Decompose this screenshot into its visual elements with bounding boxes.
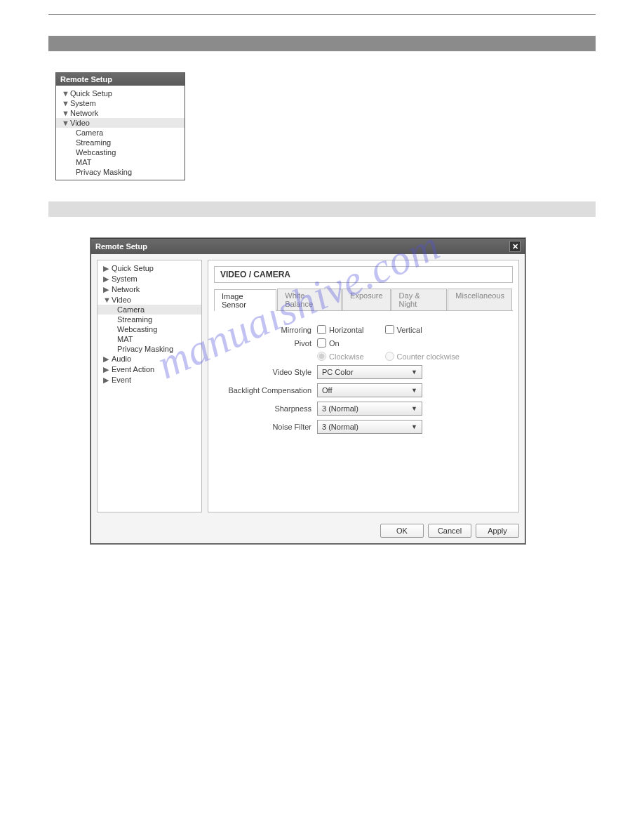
tree-item-streaming[interactable]: Streaming: [56, 138, 185, 147]
expand-icon: ▶: [103, 285, 110, 294]
dialog-tree: ▶Quick Setup ▶System ▶Network ▼Video Cam…: [97, 260, 202, 512]
on-checkbox[interactable]: On: [317, 338, 340, 348]
tab-exposure[interactable]: Exposure: [342, 289, 390, 310]
collapse-icon: ▼: [62, 89, 69, 98]
tab-white-balance[interactable]: White Balance: [277, 289, 342, 310]
close-button[interactable]: ✕: [509, 241, 521, 252]
tree-item-camera[interactable]: Camera: [56, 128, 185, 138]
tab-miscellaneous[interactable]: Miscellaneous: [448, 289, 512, 310]
dtree-mat[interactable]: MAT: [98, 334, 201, 344]
close-icon: ✕: [512, 242, 518, 251]
expand-icon: ▶: [103, 274, 110, 284]
content-panel: VIDEO / CAMERA Image Sensor White Balanc…: [208, 260, 519, 512]
backlight-dropdown[interactable]: Off ▼: [317, 383, 422, 397]
counter-clockwise-radio[interactable]: Counter clockwise: [385, 352, 459, 361]
tree-item-video[interactable]: ▼Video: [56, 118, 185, 128]
video-style-dropdown[interactable]: PC Color ▼: [317, 365, 422, 379]
dtree-system[interactable]: ▶System: [98, 274, 201, 284]
sharpness-dropdown[interactable]: 3 (Normal) ▼: [317, 402, 422, 416]
chevron-down-icon: ▼: [411, 405, 417, 412]
dtree-event[interactable]: ▶Event: [98, 375, 201, 385]
chevron-down-icon: ▼: [411, 369, 417, 376]
tree-item-network[interactable]: ▼Network: [56, 108, 185, 118]
dialog-footer: OK Cancel Apply: [91, 518, 525, 543]
dtree-audio[interactable]: ▶Audio: [98, 354, 201, 364]
expand-icon: ▼: [62, 119, 69, 127]
clockwise-radio[interactable]: Clockwise: [317, 352, 364, 361]
dialog-titlebar: Remote Setup ✕: [91, 239, 525, 254]
ok-button[interactable]: OK: [380, 524, 424, 538]
tree-item-webcasting[interactable]: Webcasting: [56, 147, 185, 157]
pivot-label: Pivot: [222, 339, 317, 348]
noise-filter-label: Noise Filter: [222, 423, 317, 431]
expand-icon: ▶: [103, 355, 110, 364]
tree-1: ▼Quick Setup ▼System ▼Network ▼Video Cam…: [56, 86, 185, 180]
section-bar-2: [48, 201, 596, 217]
tab-bar: Image Sensor White Balance Exposure Day …: [214, 289, 513, 311]
on-checkbox-input[interactable]: [317, 338, 326, 348]
tree-item-quick-setup[interactable]: ▼Quick Setup: [56, 88, 185, 98]
vertical-checkbox[interactable]: Vertical: [385, 325, 422, 334]
mirroring-label: Mirroring: [222, 326, 317, 334]
apply-button[interactable]: Apply: [476, 524, 519, 538]
expand-icon: ▶: [103, 264, 110, 273]
section-bar-1: [48, 36, 596, 51]
horizontal-checkbox[interactable]: Horizontal: [317, 325, 364, 334]
remote-setup-small-panel: Remote Setup ▼Quick Setup ▼System ▼Netwo…: [55, 72, 185, 180]
dtree-video[interactable]: ▼Video: [98, 295, 201, 305]
chevron-down-icon: ▼: [411, 387, 417, 394]
expand-icon: ▶: [103, 365, 110, 374]
collapse-icon: ▼: [62, 99, 69, 107]
video-style-label: Video Style: [222, 368, 317, 376]
collapse-icon: ▼: [103, 296, 110, 304]
chevron-down-icon: ▼: [411, 423, 417, 430]
sharpness-label: Sharpness: [222, 404, 317, 413]
horizontal-checkbox-input[interactable]: [317, 325, 326, 334]
form-area: Mirroring Horizontal Vertical Pivot On: [208, 311, 518, 512]
tab-day-night[interactable]: Day & Night: [391, 289, 448, 310]
backlight-label: Backlight Compensation: [222, 386, 317, 395]
dtree-webcasting[interactable]: Webcasting: [98, 324, 201, 334]
dialog-title-text: Remote Setup: [95, 242, 147, 251]
dtree-event-action[interactable]: ▶Event Action: [98, 364, 201, 375]
dtree-quick-setup[interactable]: ▶Quick Setup: [98, 263, 201, 274]
tree-item-mat[interactable]: MAT: [56, 157, 185, 167]
clockwise-radio-input[interactable]: [317, 352, 326, 361]
tab-image-sensor[interactable]: Image Sensor: [214, 289, 276, 311]
dtree-network[interactable]: ▶Network: [98, 284, 201, 295]
collapse-icon: ▼: [62, 109, 69, 117]
dtree-camera[interactable]: Camera: [98, 305, 201, 315]
cancel-button[interactable]: Cancel: [428, 524, 471, 538]
dtree-privacy-masking[interactable]: Privacy Masking: [98, 344, 201, 354]
dtree-streaming[interactable]: Streaming: [98, 315, 201, 324]
tree-item-system[interactable]: ▼System: [56, 98, 185, 108]
content-title: VIDEO / CAMERA: [214, 266, 513, 283]
remote-setup-dialog: Remote Setup ✕ ▶Quick Setup ▶System ▶Net…: [90, 238, 525, 544]
expand-icon: ▶: [103, 376, 110, 385]
counter-clockwise-radio-input[interactable]: [385, 352, 394, 361]
noise-filter-dropdown[interactable]: 3 (Normal) ▼: [317, 420, 422, 434]
tree-item-privacy-masking[interactable]: Privacy Masking: [56, 167, 185, 177]
panel-title: Remote Setup: [56, 73, 185, 86]
vertical-checkbox-input[interactable]: [385, 325, 394, 334]
top-divider: [48, 14, 596, 15]
